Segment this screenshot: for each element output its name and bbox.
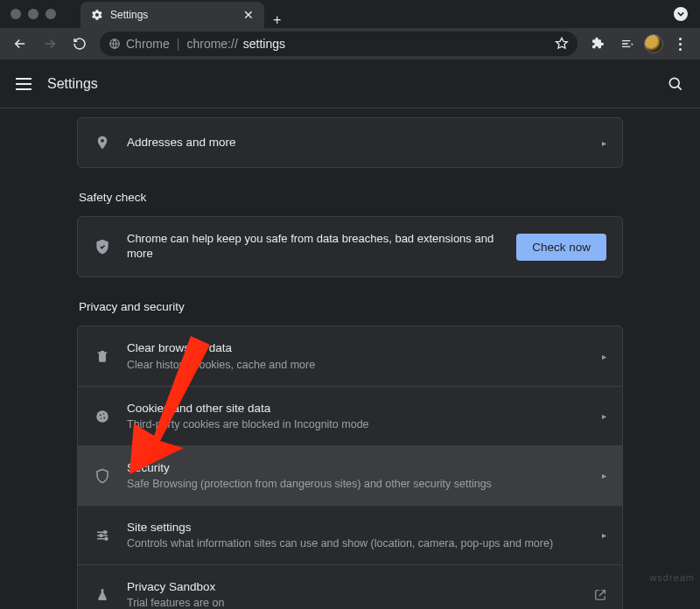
safety-check-card: Chrome can help keep you safe from data … — [77, 216, 623, 277]
safety-check-text: Chrome can help keep you safe from data … — [127, 232, 500, 262]
section-safety-check: Safety check — [79, 191, 623, 204]
svg-point-4 — [103, 413, 105, 415]
extensions-icon[interactable] — [584, 31, 611, 57]
new-tab-button[interactable]: + — [264, 12, 290, 28]
row-subtitle: Third-party cookies are blocked in Incog… — [127, 417, 586, 431]
chevron-right-icon: ▸ — [602, 352, 606, 361]
menu-icon[interactable] — [16, 78, 32, 90]
row-title: Clear browsing data — [127, 340, 586, 356]
url-path: settings — [243, 37, 285, 51]
row-title: Privacy Sandbox — [127, 579, 578, 595]
forward-button[interactable] — [37, 31, 63, 57]
privacy-card: Clear browsing data Clear history, cooki… — [77, 326, 623, 609]
address-bar[interactable]: Chrome | chrome://settings — [100, 32, 578, 56]
chevron-right-icon: ▸ — [602, 530, 606, 540]
row-subtitle: Safe Browsing (protection from dangerous… — [127, 477, 586, 491]
sliders-icon — [94, 528, 111, 543]
section-privacy: Privacy and security — [79, 300, 623, 313]
close-tab-icon[interactable]: ✕ — [242, 8, 256, 22]
browser-toolbar: Chrome | chrome://settings — [0, 28, 700, 60]
row-cookies[interactable]: Cookies and other site data Third-party … — [78, 386, 622, 445]
gear-icon — [91, 9, 103, 21]
svg-point-3 — [100, 414, 102, 416]
row-subtitle: Trial features are on — [127, 596, 578, 609]
row-safety-check: Chrome can help keep you safe from data … — [78, 217, 622, 276]
media-control-icon[interactable] — [614, 31, 640, 57]
autofill-card: Addresses and more ▸ — [77, 117, 623, 168]
search-icon[interactable] — [667, 75, 684, 93]
back-button[interactable] — [7, 31, 33, 57]
chrome-menu-button[interactable] — [667, 31, 693, 57]
watermark: wsdream — [649, 572, 695, 583]
reload-button[interactable] — [66, 31, 93, 57]
svg-point-9 — [105, 537, 108, 540]
chevron-right-icon: ▸ — [602, 138, 606, 148]
row-subtitle: Clear history, cookies, cache and more — [127, 358, 586, 372]
url-host: Chrome — [126, 37, 170, 51]
svg-point-1 — [669, 78, 679, 88]
settings-content: Addresses and more ▸ Safety check Chrome… — [0, 108, 700, 609]
svg-point-5 — [103, 416, 105, 418]
bookmark-star-icon[interactable] — [555, 37, 569, 51]
window-controls[interactable] — [10, 9, 56, 19]
chevron-right-icon: ▸ — [602, 411, 606, 421]
row-addresses[interactable]: Addresses and more ▸ — [78, 118, 622, 167]
svg-point-2 — [96, 410, 108, 423]
close-window-dot[interactable] — [10, 9, 21, 19]
svg-point-8 — [100, 534, 102, 536]
row-clear-browsing-data[interactable]: Clear browsing data Clear history, cooki… — [78, 326, 622, 386]
tab-settings[interactable]: Settings ✕ — [80, 2, 264, 28]
check-now-button[interactable]: Check now — [516, 234, 606, 261]
zoom-window-dot[interactable] — [46, 9, 56, 19]
row-subtitle: Controls what information sites can use … — [127, 536, 586, 550]
chevron-right-icon: ▸ — [602, 471, 606, 480]
site-info-icon[interactable] — [108, 38, 121, 50]
row-privacy-sandbox[interactable]: Privacy Sandbox Trial features are on — [78, 564, 622, 609]
flask-icon — [94, 587, 111, 603]
cookie-icon — [94, 409, 111, 424]
tab-title: Settings — [110, 9, 234, 21]
shield-icon — [94, 467, 111, 485]
settings-header: Settings — [0, 60, 700, 108]
shield-check-icon — [94, 238, 111, 256]
svg-point-6 — [101, 417, 102, 419]
row-title: Cookies and other site data — [127, 401, 586, 416]
row-title: Security — [127, 460, 586, 476]
tab-strip: Settings ✕ + — [80, 0, 290, 28]
row-title: Addresses and more — [127, 135, 586, 150]
window-titlebar: Settings ✕ + — [0, 0, 700, 28]
url-scheme: chrome:// — [186, 37, 237, 51]
tab-search-icon[interactable] — [674, 7, 688, 21]
row-security[interactable]: Security Safe Browsing (protection from … — [78, 445, 622, 505]
page-title: Settings — [47, 76, 98, 92]
url-divider: | — [177, 37, 180, 51]
location-pin-icon — [94, 135, 111, 150]
profile-avatar[interactable] — [644, 34, 663, 53]
row-title: Site settings — [127, 520, 586, 536]
external-link-icon — [594, 589, 606, 601]
minimize-window-dot[interactable] — [28, 9, 38, 19]
svg-point-7 — [104, 530, 107, 533]
row-site-settings[interactable]: Site settings Controls what information … — [78, 505, 622, 564]
trash-icon — [94, 348, 111, 364]
